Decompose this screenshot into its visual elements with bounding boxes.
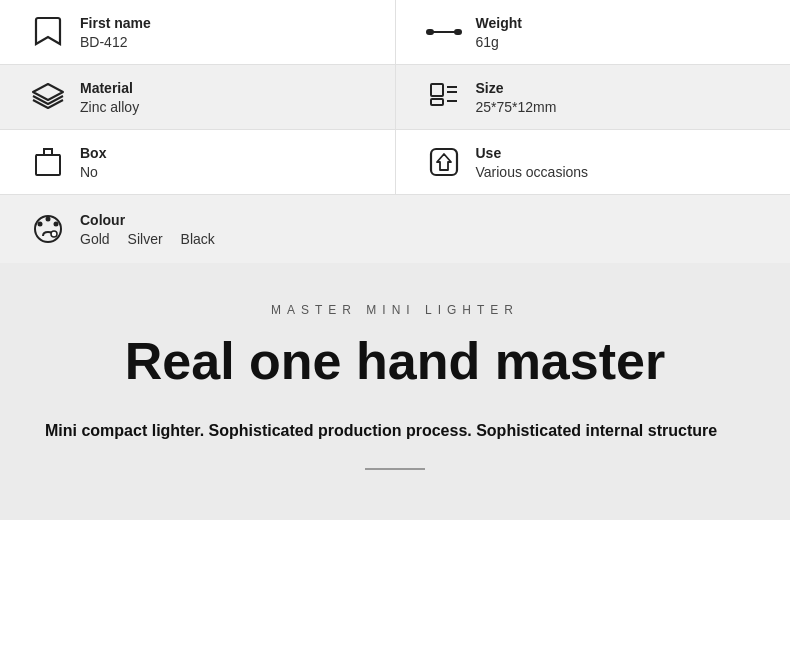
firstname-value: BD-412 xyxy=(80,34,151,50)
colour-options: Gold Silver Black xyxy=(80,231,215,247)
marketing-title: Real one hand master xyxy=(40,333,750,390)
firstname-label: First name xyxy=(80,15,151,31)
svg-rect-3 xyxy=(431,84,443,96)
marketing-divider xyxy=(365,468,425,470)
spec-row-2: Material Zinc alloy Size 25*75*12mm xyxy=(0,65,790,130)
use-value: Various occasions xyxy=(476,164,589,180)
svg-rect-4 xyxy=(431,99,443,105)
size-value: 25*75*12mm xyxy=(476,99,557,115)
weight-value: 61g xyxy=(476,34,522,50)
weight-icon xyxy=(426,14,462,50)
spec-row-colour: Colour Gold Silver Black xyxy=(0,195,790,263)
box-value: No xyxy=(80,164,106,180)
colour-black[interactable]: Black xyxy=(181,231,215,247)
spec-cell-size: Size 25*75*12mm xyxy=(395,65,791,129)
home-icon xyxy=(426,144,462,180)
box-text: Box No xyxy=(80,145,106,180)
colour-text: Colour Gold Silver Black xyxy=(80,212,215,247)
spec-row-1: First name BD-412 Weight 61g xyxy=(0,0,790,65)
colour-gold[interactable]: Gold xyxy=(80,231,110,247)
marketing-subtitle: MASTER MINI LIGHTER xyxy=(40,303,750,317)
svg-rect-1 xyxy=(454,29,462,35)
layers-icon xyxy=(30,79,66,115)
spec-cell-material: Material Zinc alloy xyxy=(0,65,395,129)
spec-cell-use: Use Various occasions xyxy=(395,130,791,194)
marketing-section: MASTER MINI LIGHTER Real one hand master… xyxy=(0,263,790,520)
colour-silver[interactable]: Silver xyxy=(128,231,163,247)
material-label: Material xyxy=(80,80,139,96)
box-icon xyxy=(30,144,66,180)
weight-label: Weight xyxy=(476,15,522,31)
material-value: Zinc alloy xyxy=(80,99,139,115)
spec-cell-colour: Colour Gold Silver Black xyxy=(0,195,790,263)
firstname-text: First name BD-412 xyxy=(80,15,151,50)
spec-cell-weight: Weight 61g xyxy=(395,0,791,64)
spec-cell-box: Box No xyxy=(0,130,395,194)
product-specs: First name BD-412 Weight 61g xyxy=(0,0,790,263)
svg-rect-8 xyxy=(36,155,60,175)
use-text: Use Various occasions xyxy=(476,145,589,180)
material-text: Material Zinc alloy xyxy=(80,80,139,115)
palette-icon xyxy=(30,211,66,247)
svg-point-12 xyxy=(54,222,59,227)
size-icon xyxy=(426,79,462,115)
colour-label: Colour xyxy=(80,212,215,228)
svg-rect-0 xyxy=(426,29,434,35)
spec-row-3: Box No Use Various occasions xyxy=(0,130,790,195)
weight-text: Weight 61g xyxy=(476,15,522,50)
size-text: Size 25*75*12mm xyxy=(476,80,557,115)
use-label: Use xyxy=(476,145,589,161)
size-label: Size xyxy=(476,80,557,96)
svg-rect-2 xyxy=(433,31,455,33)
bookmark-icon xyxy=(30,14,66,50)
svg-point-14 xyxy=(51,231,57,237)
box-label: Box xyxy=(80,145,106,161)
svg-point-13 xyxy=(38,222,43,227)
svg-point-11 xyxy=(46,217,51,222)
marketing-description: Mini compact lighter. Sophisticated prod… xyxy=(45,418,745,444)
svg-rect-9 xyxy=(431,149,457,175)
spec-cell-firstname: First name BD-412 xyxy=(0,0,395,64)
